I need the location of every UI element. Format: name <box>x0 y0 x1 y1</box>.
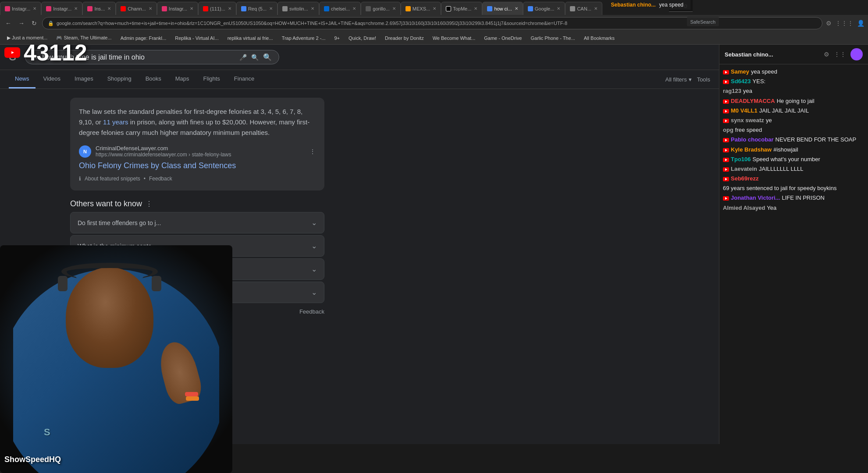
forward-button[interactable]: → <box>17 18 26 28</box>
tab-mexs[interactable]: MEXS... ✕ <box>401 2 441 15</box>
all-filters-button[interactable]: All filters ▾ <box>665 76 692 83</box>
bookmark-we-become[interactable]: We Become What... <box>429 35 479 42</box>
bookmark-9plus[interactable]: 9+ <box>331 35 344 42</box>
headphones-band <box>61 263 158 280</box>
chat-message-tpo106: Tpo106 Speed what's your number <box>723 155 864 163</box>
chat-controls: ⚙ ⋮⋮ <box>824 48 863 60</box>
bookmark-quick-draw[interactable]: Quick, Draw! <box>345 35 380 42</box>
yt-badge-sd6423 <box>723 80 729 84</box>
chat-username: Sebastian chino... <box>725 51 773 58</box>
username-pablo: Pablo chocobar <box>731 136 774 144</box>
username-m0v4ll1: M0 V4LL1 <box>731 107 758 115</box>
shirt-logo: S <box>44 427 50 438</box>
bookmark-replika[interactable]: Replika - Virtual AI... <box>171 35 222 42</box>
chat-message-laevatein: Laevatein JAILLLLLLL LLLL <box>723 165 864 173</box>
chat-message-deadlymacca: DEADLYMACCA He going to jail <box>723 97 864 105</box>
tools-button[interactable]: Tools <box>697 76 710 83</box>
related-feedback-btn[interactable]: Feedback <box>299 308 324 315</box>
tab-req[interactable]: Req (5... ✕ <box>236 2 277 15</box>
tab-google[interactable]: Google... ✕ <box>523 2 566 15</box>
youtube-button <box>4 47 20 58</box>
mic-icon[interactable]: 🎤 <box>239 54 247 61</box>
username-jonathan: Jonathan Victori... <box>731 194 780 202</box>
tab-how-ci[interactable]: how ci... ✕ <box>482 2 523 15</box>
chat-header: Sebastian chino... ⚙ ⋮⋮ <box>719 45 868 64</box>
bookmark-garlic[interactable]: Garlic Phone - The... <box>527 35 578 42</box>
nav-shopping[interactable]: Shopping <box>101 70 138 88</box>
tab-can[interactable]: CAN... ✕ <box>565 2 602 15</box>
tab-youtube-111[interactable]: (111)... ✕ <box>198 2 236 15</box>
grid-icon[interactable]: ⋮⋮⋮ <box>835 20 854 27</box>
username-sd6423: Sd6423 <box>731 78 751 85</box>
msg-m0v4ll1: JAIL JAIL JAIL JAIL <box>759 107 809 115</box>
msg-pablo: NEVER BEND FOR THE SOAP <box>776 136 857 144</box>
bookmark-replika2[interactable]: replika virtual ai frie... <box>224 35 277 42</box>
lens-icon[interactable]: 🔍 <box>251 54 259 61</box>
expand-icon-3: ⌄ <box>311 265 317 273</box>
snippet-source: N CriminalDefenseLawyer.com https://www.… <box>79 145 316 158</box>
streamer-overlay: S ShowSpeedHQ <box>0 245 232 473</box>
tab-chelsea[interactable]: chelsei... ✕ <box>319 2 361 15</box>
source-more-icon[interactable]: ⋮ <box>309 148 316 155</box>
yt-badge-samey <box>723 70 729 74</box>
nav-books[interactable]: Books <box>139 70 167 88</box>
address-bar-row: ← → ↻ 🔒 google.com/search?q=how+much+tim… <box>0 15 868 32</box>
about-snippets-text[interactable]: About featured snippets <box>85 176 140 182</box>
tab-topme[interactable]: TopMe... ✕ <box>441 2 482 15</box>
tab-gorilla[interactable]: gorillo... ✕ <box>361 2 401 15</box>
chat-message-m0v4ll1: M0 V4LL1 JAIL JAIL JAIL JAIL <box>723 107 864 115</box>
chat-message-rag123: rag123 yea <box>723 87 864 95</box>
expand-icon-4: ⌄ <box>311 288 317 297</box>
bookmark-admin[interactable]: Admin page: Frankl... <box>117 35 170 42</box>
search-icon[interactable]: 🔍 <box>263 53 272 61</box>
username-kyle: Kyle Bradshaw <box>731 146 772 154</box>
chat-grid-icon[interactable]: ⋮⋮ <box>834 51 846 58</box>
tab-instagram-1[interactable]: Instagr... ✕ <box>0 2 41 15</box>
chat-message-pablo: Pablo chocobar NEVER BEND FOR THE SOAP <box>723 136 864 144</box>
chat-message-sd6423: Sd6423 YES: <box>723 78 864 85</box>
tab-svitolin[interactable]: svitolin... ✕ <box>277 2 319 15</box>
tab-instagram-4[interactable]: Instagr... ✕ <box>157 2 198 15</box>
nav-finance[interactable]: Finance <box>228 70 260 88</box>
expand-icon-2: ⌄ <box>311 242 317 250</box>
question-item-1[interactable]: Do first time offenders go to j... ⌄ <box>70 212 324 233</box>
nav-flights[interactable]: Flights <box>197 70 226 88</box>
nav-maps[interactable]: Maps <box>169 70 196 88</box>
msg-synx: ye <box>766 116 772 124</box>
viewer-count-overlay: 43112 <box>4 39 87 66</box>
nav-videos[interactable]: Videos <box>37 70 67 88</box>
related-dots-icon[interactable]: ⋮ <box>146 200 153 208</box>
headphones-left-ear <box>58 276 68 291</box>
nav-news[interactable]: News <box>9 70 36 88</box>
profile-icon[interactable]: 👤 <box>857 20 864 27</box>
msg-jonathan: LIFE IN PRISON <box>782 194 825 202</box>
snippet-text: The law sets the standard penalties for … <box>79 106 316 138</box>
bookmark-dreader[interactable]: Dreader by Donitz <box>381 35 427 42</box>
msg-sd6423: YES: <box>753 78 766 85</box>
tab-ins-3[interactable]: Ins... ✕ <box>82 2 116 15</box>
tab-chann[interactable]: Chann... ✕ <box>116 2 157 15</box>
chat-message-kyle: Kyle Bradshaw #ishowjail <box>723 146 864 154</box>
chat-gear-icon[interactable]: ⚙ <box>824 51 829 58</box>
bookmark-trap[interactable]: Trap Adventure 2 -... <box>278 35 329 42</box>
username-seb69rezz: Seb69rezz <box>731 175 759 183</box>
nav-images[interactable]: Images <box>68 70 100 88</box>
msg-opg: free speed <box>735 126 762 134</box>
msg-tpo106: Speed what's your number <box>753 155 820 163</box>
result-link[interactable]: Ohio Felony Crimes by Class and Sentence… <box>79 161 236 170</box>
username-deadlymacca: DEADLYMACCA <box>731 97 775 105</box>
chat-message-seb69rezz: Seb69rezz 69 years sentenced to jail for… <box>723 175 864 192</box>
chat-message-almied: Almied Alsayed Yea <box>723 204 864 212</box>
extensions-icon[interactable]: ⚙ <box>826 20 832 27</box>
refresh-button[interactable]: ↻ <box>30 18 39 28</box>
back-button[interactable]: ← <box>4 18 13 28</box>
tab-instagram-2[interactable]: Instagr... ✕ <box>41 2 82 15</box>
expand-icon-1: ⌄ <box>311 219 317 227</box>
snippet-feedback-btn[interactable]: Feedback <box>149 176 172 182</box>
bookmark-game[interactable]: Game - OneDrive <box>480 35 525 42</box>
msg-laevatein: JAILLLLLLL LLLL <box>759 165 803 173</box>
bookmark-all[interactable]: All Bookmarks <box>580 35 618 42</box>
snippet-meta: ℹ About featured snippets • Feedback <box>79 176 316 182</box>
top-notification-area: Sebastian chino... yea speed <box>604 0 690 10</box>
search-nav-right: All filters ▾ Tools <box>665 76 710 83</box>
